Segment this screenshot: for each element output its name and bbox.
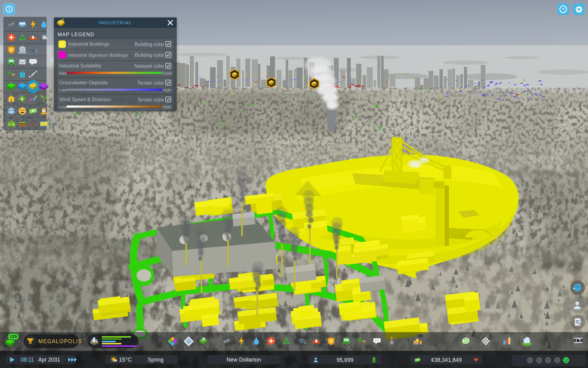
svg-text:¢: ¢ bbox=[465, 338, 467, 343]
svg-text:¢: ¢ bbox=[21, 97, 23, 101]
svg-text:?: ? bbox=[562, 7, 564, 12]
